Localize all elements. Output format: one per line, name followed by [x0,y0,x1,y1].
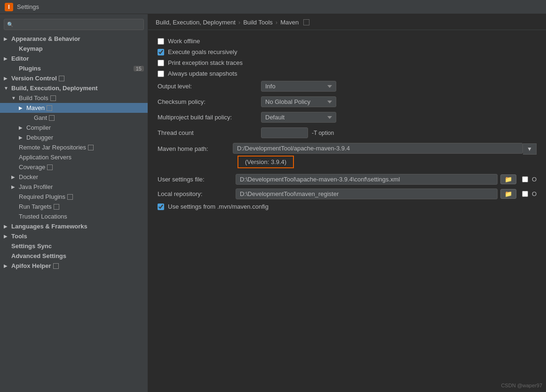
use-settings-row: Use settings from .mvn/maven.config [158,203,537,210]
sidebar-item-icon [50,95,56,101]
sidebar-item-plugins[interactable]: Plugins15 [0,63,148,73]
search-input[interactable] [4,19,144,30]
sidebar-item-advanced-settings[interactable]: Advanced Settings [0,251,148,261]
sidebar-item-icon [54,204,59,210]
thread-count-row: Thread count -T option [158,127,537,138]
title-bar: I Settings [0,0,546,14]
arrow-icon: ▼ [11,95,18,101]
sidebar-item-label: Run Targets [19,203,52,210]
sidebar-item-app-servers[interactable]: Application Servers [0,152,148,162]
output-level-label: Output level: [158,83,261,90]
use-settings-label: Use settings from .mvn/maven.config [168,203,269,210]
sidebar-item-apifox-helper[interactable]: ▶Apifox Helper [0,261,148,271]
sidebar-item-run-targets[interactable]: Run Targets [0,202,148,212]
checkboxes-container: Work offlineExecute goals recursivelyPri… [158,38,537,77]
sidebar-badge: 15 [134,66,144,71]
checkbox-label-work-offline: Work offline [168,38,200,45]
sidebar-item-gant[interactable]: Gant [0,113,148,123]
user-settings-folder-btn[interactable]: 📁 [500,174,516,184]
thread-count-label: Thread count [158,129,261,136]
arrow-icon: ▶ [4,234,10,239]
sidebar-item-maven[interactable]: ▶Maven [0,103,148,113]
pin-icon[interactable] [303,19,309,25]
multiproject-policy-select[interactable]: DefaultAt EndNeverAlways [261,112,336,123]
sidebar-list: ▶Appearance & Behavior Keymap▶Editor Plu… [0,34,148,271]
sidebar-item-coverage[interactable]: Coverage [0,162,148,172]
sidebar-item-label: Coverage [19,164,45,171]
sidebar-item-trusted-locations[interactable]: Trusted Locations [0,212,148,221]
thread-count-input[interactable] [261,127,308,138]
local-repo-label: Local repository: [158,190,233,197]
sidebar-item-tools[interactable]: ▶Tools [0,231,148,241]
checkbox-row-always-update: Always update snapshots [158,70,537,77]
sidebar-item-java-profiler[interactable]: ▶Java Profiler [0,182,148,192]
checkbox-always-update[interactable] [158,71,164,77]
sidebar-item-label: Required Plugins [19,193,65,200]
sidebar-item-label: Debugger [26,134,53,141]
sidebar-item-compiler[interactable]: ▶Compiler [0,123,148,133]
arrow-icon: ▶ [19,125,25,130]
arrow-icon: ▼ [4,86,10,91]
main-layout: 🔍 ▶Appearance & Behavior Keymap▶Editor P… [0,14,546,392]
sidebar-item-build-exec-deploy[interactable]: ▼Build, Execution, Deployment [0,83,148,93]
sidebar-item-label: Advanced Settings [11,252,66,259]
user-settings-row: User settings file: 📁 O [158,174,537,185]
content-area: Build, Execution, Deployment › Build Too… [148,14,546,392]
arrow-icon: ▶ [19,135,25,140]
sidebar-item-docker[interactable]: ▶Docker [0,172,148,182]
sidebar-item-settings-sync[interactable]: Settings Sync [0,241,148,251]
sidebar-item-appearance[interactable]: ▶Appearance & Behavior [0,34,148,44]
local-repo-folder-btn[interactable]: 📁 [500,189,516,199]
settings-body: Work offlineExecute goals recursivelyPri… [148,30,546,392]
sidebar-item-icon [59,76,64,81]
sidebar-item-label: Keymap [19,45,43,52]
maven-home-dropdown-btn[interactable]: ▼ [523,143,537,155]
sidebar-item-editor[interactable]: ▶Editor [0,54,148,63]
version-box: (Version: 3.9.4) [237,156,294,168]
sidebar-item-label: Settings Sync [11,243,52,250]
sidebar-item-languages-frameworks[interactable]: ▶Languages & Frameworks [0,221,148,231]
sidebar-item-label: Maven [26,104,45,111]
arrow-icon: ▶ [11,184,18,189]
sidebar-item-label: Build Tools [19,94,48,102]
sidebar-item-version-control[interactable]: ▶Version Control [0,73,148,83]
sidebar-item-keymap[interactable]: Keymap [0,44,148,54]
watermark: CSDN @waper97 [501,383,542,388]
sidebar-item-label: Gant [34,114,47,121]
search-box: 🔍 [4,19,144,30]
window-title: Settings [17,3,39,10]
output-level-row: Output level: QuietDefaultInfoDebug [158,81,537,92]
local-repo-row: Local repository: 📁 O [158,188,537,199]
use-settings-checkbox[interactable] [158,204,164,210]
user-settings-input[interactable] [236,174,498,185]
sidebar-item-debugger[interactable]: ▶Debugger [0,133,148,142]
maven-home-input[interactable] [233,143,523,154]
sidebar-item-label: Appearance & Behavior [11,35,80,42]
checkbox-row-execute-goals: Execute goals recursively [158,48,537,55]
checkbox-row-print-exception: Print exception stack traces [158,59,537,66]
sidebar-item-icon [53,263,59,269]
checkbox-execute-goals[interactable] [158,49,164,55]
sidebar-item-label: Java Profiler [19,183,53,190]
checkbox-work-offline[interactable] [158,38,164,45]
sidebar-item-build-tools[interactable]: ▼Build Tools [0,93,148,103]
breadcrumb-sep1: › [238,19,240,26]
local-repo-checkbox[interactable] [522,191,528,197]
breadcrumb-part1: Build, Execution, Deployment [156,19,236,26]
t-option-label: -T option [312,130,334,136]
user-settings-checkbox[interactable] [522,176,528,182]
sidebar-item-label: Application Servers [19,154,71,161]
checksum-policy-select[interactable]: No Global PolicyStrictLax [261,96,336,107]
sidebar-item-remote-jar[interactable]: Remote Jar Repositories [0,142,148,152]
checkbox-print-exception[interactable] [158,60,164,66]
sidebar-item-label: Languages & Frameworks [11,223,87,230]
sidebar-item-label: Plugins [19,65,41,72]
breadcrumb-part3: Maven [280,19,299,26]
output-level-select[interactable]: QuietDefaultInfoDebug [261,81,336,92]
sidebar-item-required-plugins[interactable]: Required Plugins [0,192,148,202]
checksum-policy-row: Checksum policy: No Global PolicyStrictL… [158,96,537,107]
checksum-policy-label: Checksum policy: [158,98,261,105]
local-repo-input[interactable] [236,188,498,199]
sidebar-item-icon [67,194,73,200]
sidebar: 🔍 ▶Appearance & Behavior Keymap▶Editor P… [0,14,148,392]
